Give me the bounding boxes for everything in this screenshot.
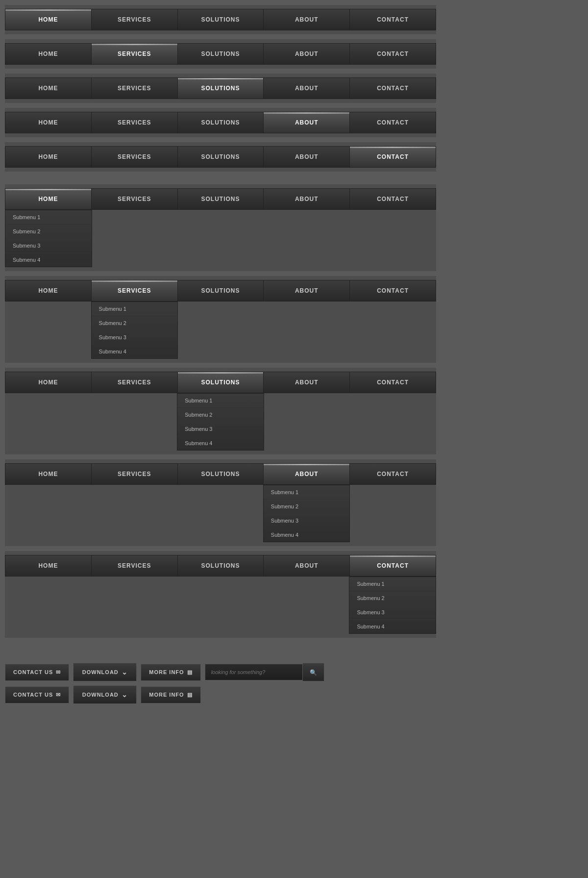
nav-home-1[interactable]: HOME [5, 9, 92, 30]
navbar-about-active: HOME SERVICES SOLUTIONS ABOUT CONTACT [5, 108, 436, 137]
nav-services-4[interactable]: SERVICES [92, 112, 178, 133]
nav-solutions-8[interactable]: SOLUTIONS [178, 372, 264, 393]
navbar-6: HOME SERVICES SOLUTIONS ABOUT CONTACT [5, 188, 436, 210]
submenu-item[interactable]: Submenu 1 [5, 210, 92, 225]
nav-contact-8[interactable]: CONTACT [350, 372, 436, 393]
nav-contact-6[interactable]: CONTACT [350, 189, 436, 209]
nav-services-8[interactable]: SERVICES [92, 372, 178, 393]
submenu-item[interactable]: Submenu 3 [349, 605, 436, 620]
nav-about-2[interactable]: ABOUT [264, 44, 350, 64]
navbar-home-active: HOME SERVICES SOLUTIONS ABOUT CONTACT [5, 5, 436, 34]
nav-services-1[interactable]: SERVICES [92, 9, 178, 30]
nav-about-8[interactable]: ABOUT [264, 372, 350, 393]
submenu-item[interactable]: Submenu 2 [5, 225, 92, 239]
nav-services-2[interactable]: SERVICES [92, 44, 178, 64]
nav-home-5[interactable]: HOME [5, 147, 92, 167]
nav-contact-4[interactable]: CONTACT [350, 112, 436, 133]
nav-about-9[interactable]: ABOUT [264, 464, 350, 484]
submenu-item[interactable]: Submenu 2 [177, 408, 264, 422]
nav-about-1[interactable]: ABOUT [264, 9, 350, 30]
navbar-8: HOME SERVICES SOLUTIONS ABOUT CONTACT [5, 372, 436, 393]
nav-contact-3[interactable]: CONTACT [350, 78, 436, 99]
nav-home-3[interactable]: HOME [5, 78, 92, 99]
submenu-item[interactable]: Submenu 4 [5, 253, 92, 267]
navbar-2: HOME SERVICES SOLUTIONS ABOUT CONTACT [5, 43, 436, 65]
submenu-item[interactable]: Submenu 4 [92, 345, 178, 358]
nav-solutions-3[interactable]: SOLUTIONS [178, 78, 264, 99]
download-label-1: DOWNLOAD [82, 669, 119, 675]
submenu-item[interactable]: Submenu 3 [92, 330, 178, 345]
nav-solutions-5[interactable]: SOLUTIONS [178, 147, 264, 167]
nav-home-2[interactable]: HOME [5, 44, 92, 64]
contact-us-label-1: CONTACT US [13, 669, 53, 675]
submenu-item[interactable]: Submenu 4 [264, 528, 350, 542]
nav-about-7[interactable]: ABOUT [264, 280, 350, 301]
nav-contact-10[interactable]: CONTACT [350, 555, 436, 576]
nav-contact-9[interactable]: CONTACT [350, 464, 436, 484]
submenu-item[interactable]: Submenu 4 [177, 436, 264, 450]
button-row-1: CONTACT US DOWNLOAD MORE INFO [5, 663, 436, 681]
nav-services-10[interactable]: SERVICES [92, 555, 178, 576]
submenu-item[interactable]: Submenu 2 [349, 591, 436, 605]
navbar-about-dropdown: HOME SERVICES SOLUTIONS ABOUT CONTACT Su… [5, 459, 436, 546]
navbar-home-dropdown: HOME SERVICES SOLUTIONS ABOUT CONTACT Su… [5, 184, 436, 271]
nav-home-8[interactable]: HOME [5, 372, 92, 393]
nav-about-10[interactable]: ABOUT [264, 555, 350, 576]
more-info-button-1[interactable]: MORE INFO [141, 664, 200, 681]
search-input-1[interactable] [205, 664, 303, 680]
nav-solutions-9[interactable]: SOLUTIONS [178, 464, 264, 484]
navbar-solutions-active: HOME SERVICES SOLUTIONS ABOUT CONTACT [5, 74, 436, 103]
navbar-4: HOME SERVICES SOLUTIONS ABOUT CONTACT [5, 112, 436, 133]
submenu-item[interactable]: Submenu 1 [177, 394, 264, 408]
nav-solutions-10[interactable]: SOLUTIONS [178, 555, 264, 576]
submenu-item[interactable]: Submenu 3 [5, 239, 92, 253]
nav-about-6[interactable]: ABOUT [264, 189, 350, 209]
nav-about-5[interactable]: ABOUT [264, 147, 350, 167]
mail-icon-2 [56, 692, 61, 698]
nav-services-7[interactable]: SERVICES [92, 280, 178, 301]
submenu-item[interactable]: Submenu 3 [177, 422, 264, 436]
nav-home-9[interactable]: HOME [5, 464, 92, 484]
more-info-label-1: MORE INFO [149, 669, 184, 675]
navbar-9: HOME SERVICES SOLUTIONS ABOUT CONTACT [5, 463, 436, 485]
submenu-item[interactable]: Submenu 1 [92, 302, 178, 316]
button-row-2: CONTACT US DOWNLOAD MORE INFO [5, 685, 436, 704]
search-button-1[interactable] [303, 663, 324, 681]
submenu-item[interactable]: Submenu 2 [264, 500, 350, 514]
navbar-services-dropdown: HOME SERVICES SOLUTIONS ABOUT CONTACT Su… [5, 276, 436, 363]
submenu-item[interactable]: Submenu 1 [264, 485, 350, 500]
submenu-item[interactable]: Submenu 1 [349, 577, 436, 591]
nav-contact-2[interactable]: CONTACT [350, 44, 436, 64]
nav-solutions-1[interactable]: SOLUTIONS [178, 9, 264, 30]
download-button-1[interactable]: DOWNLOAD [73, 663, 137, 681]
nav-solutions-4[interactable]: SOLUTIONS [178, 112, 264, 133]
submenu-item[interactable]: Submenu 4 [349, 620, 436, 633]
nav-home-10[interactable]: HOME [5, 555, 92, 576]
submenu-item[interactable]: Submenu 2 [92, 316, 178, 330]
nav-contact-7[interactable]: CONTACT [350, 280, 436, 301]
submenu-item[interactable]: Submenu 3 [264, 514, 350, 528]
nav-home-7[interactable]: HOME [5, 280, 92, 301]
nav-about-3[interactable]: ABOUT [264, 78, 350, 99]
navbar-7: HOME SERVICES SOLUTIONS ABOUT CONTACT [5, 280, 436, 301]
nav-contact-5[interactable]: CONTACT [350, 147, 436, 167]
nav-solutions-7[interactable]: SOLUTIONS [178, 280, 264, 301]
search-row-1 [205, 663, 324, 681]
nav-services-6[interactable]: SERVICES [92, 189, 178, 209]
nav-solutions-2[interactable]: SOLUTIONS [178, 44, 264, 64]
nav-services-9[interactable]: SERVICES [92, 464, 178, 484]
nav-home-4[interactable]: HOME [5, 112, 92, 133]
nav-contact-1[interactable]: CONTACT [350, 9, 436, 30]
more-info-button-2[interactable]: MORE INFO [141, 686, 200, 703]
nav-about-4[interactable]: ABOUT [264, 112, 350, 133]
nav-home-6[interactable]: HOME [5, 189, 92, 209]
contact-us-button-1[interactable]: CONTACT US [5, 664, 69, 681]
nav-solutions-6[interactable]: SOLUTIONS [178, 189, 264, 209]
bottom-buttons-section: CONTACT US DOWNLOAD MORE INFO CONTACT US… [5, 658, 436, 709]
navbar-3: HOME SERVICES SOLUTIONS ABOUT CONTACT [5, 77, 436, 99]
contact-us-button-2[interactable]: CONTACT US [5, 686, 69, 703]
dropdown-contact: Submenu 1 Submenu 2 Submenu 3 Submenu 4 [349, 577, 436, 634]
nav-services-3[interactable]: SERVICES [92, 78, 178, 99]
download-button-2[interactable]: DOWNLOAD [73, 685, 137, 704]
nav-services-5[interactable]: SERVICES [92, 147, 178, 167]
